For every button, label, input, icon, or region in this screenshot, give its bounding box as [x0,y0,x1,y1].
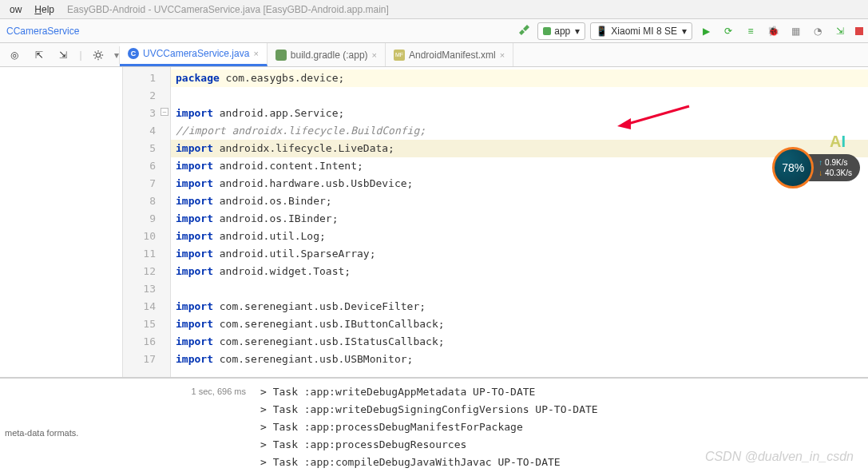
stop-icon[interactable] [855,27,863,35]
run-icon[interactable]: ▶ [697,22,715,40]
code-line[interactable]: import android.widget.Toast; [171,263,868,280]
code-line[interactable]: import android.util.Log; [171,228,868,245]
line-number: 9 [123,210,170,228]
tab-label: build.gradle (:app) [291,50,368,61]
close-icon[interactable]: × [500,50,505,60]
line-number: 14 [123,298,170,315]
close-icon[interactable]: × [372,50,377,60]
java-class-icon: C [128,48,139,59]
upload-speed: 0.9K/s [818,157,852,168]
debug-icon[interactable]: 🐞 [764,22,782,40]
build-meta-text: meta-data formats. [5,428,251,438]
build-output[interactable]: > Task :app:writeDebugAppMetadata UP-TO-… [256,379,868,472]
line-number: 8 [123,192,170,210]
code-editor[interactable]: package com.easygbs.device;import androi… [171,67,868,377]
tab-manifest[interactable]: MF AndroidManifest.xml × [386,43,513,66]
phone-icon: 📱 [596,26,608,37]
code-line[interactable] [171,87,868,105]
code-line[interactable]: import android.content.Intent; [171,157,868,175]
build-output-line: > Task :app:writeDebugSigningConfigVersi… [256,401,868,418]
code-line[interactable]: import com.serenegiant.usb.USBMonitor; [171,351,868,368]
line-number: 16 [123,333,170,351]
line-number: 15 [123,315,170,333]
window-title: EasyGBD-Android - UVCCameraService.java … [67,4,389,15]
project-view-tools: ◎ ⇱ ⇲ | ▾ [0,46,120,64]
code-line[interactable]: import android.hardware.usb.UsbDevice; [171,175,868,192]
fold-icon[interactable]: − [161,108,168,116]
tab-build-gradle[interactable]: build.gradle (:app) × [268,43,386,66]
collapse-all-icon[interactable]: ⇲ [55,46,71,64]
chevron-down-icon[interactable]: ▾ [114,50,119,61]
code-line[interactable]: //import androidx.lifecycle.BuildConfig; [171,122,868,140]
code-line[interactable]: import com.serenegiant.usb.DeviceFilter; [171,298,868,315]
editor-area: 123−4567891011121314151617 package com.e… [0,67,868,377]
breadcrumb[interactable]: CCameraService [5,26,79,37]
code-line[interactable]: import com.serenegiant.usb.IStatusCallba… [171,333,868,351]
build-output-line: > Task :app:processDebugManifestForPacka… [256,418,868,436]
expand-all-icon[interactable]: ⇱ [30,46,46,64]
build-panel: 1 sec, 696 ms meta-data formats. > Task … [0,377,868,472]
code-line[interactable]: import android.os.Binder; [171,192,868,210]
profile-icon[interactable]: ◔ [809,22,826,40]
code-line[interactable]: import androidx.lifecycle.LiveData; [171,140,868,157]
apply-code-changes-icon[interactable]: ≡ [742,22,759,40]
code-line[interactable]: package com.easygbs.device; [171,69,868,87]
code-line[interactable]: import com.serenegiant.usb.IButtonCallba… [171,315,868,333]
build-output-line: > Task :app:compileDebugJavaWithJavac UP… [256,454,868,471]
code-line[interactable]: import android.os.IBinder; [171,210,868,228]
tab-label: UVCCameraService.java [143,48,249,59]
device-label: Xiaomi MI 8 SE [611,26,677,37]
line-number: 7 [123,175,170,192]
run-config-label: app [554,26,570,37]
performance-widget[interactable]: 78% 0.9K/s 40.3K/s [772,147,860,188]
apply-changes-icon[interactable]: ⟳ [719,22,737,40]
line-number: 3− [123,105,170,122]
manifest-icon: MF [394,50,405,61]
svg-point-0 [96,53,100,57]
build-panel-left: 1 sec, 696 ms meta-data formats. [0,379,256,472]
device-combo[interactable]: 📱 Xiaomi MI 8 SE ▾ [590,22,692,40]
line-number: 5 [123,140,170,157]
line-number: 13 [123,280,170,298]
close-icon[interactable]: × [253,49,258,58]
main-toolbar: app ▾ 📱 Xiaomi MI 8 SE ▾ ▶ ⟳ ≡ 🐞 ▦ ◔ ⇲ [515,22,863,40]
coverage-icon[interactable]: ▦ [787,22,804,40]
tab-uvccameraservice[interactable]: C UVCCameraService.java × [120,43,268,66]
line-number: 1 [123,69,170,87]
menu-window[interactable]: ow [3,2,28,17]
line-number: 11 [123,245,170,263]
editor-toolbar-row: ◎ ⇱ ⇲ | ▾ C UVCCameraService.java × buil… [0,43,868,67]
navigation-row: CCameraService app ▾ 📱 Xiaomi MI 8 SE ▾ … [0,19,868,43]
project-strip [0,67,123,377]
build-output-line: > Task :app:writeDebugAppMetadata UP-TO-… [256,383,868,401]
code-line[interactable]: import android.app.Service; [171,105,868,122]
menubar: ow Help EasyGBD-Android - UVCCameraServi… [0,0,868,19]
run-config-combo[interactable]: app ▾ [537,22,585,40]
build-timing: 1 sec, 696 ms [5,387,251,396]
line-number: 12 [123,263,170,280]
editor-tabs: C UVCCameraService.java × build.gradle (… [120,43,868,66]
select-opened-file-icon[interactable]: ◎ [6,46,22,64]
tab-label: AndroidManifest.xml [409,50,496,61]
attach-debugger-icon[interactable]: ⇲ [831,22,849,40]
chevron-down-icon: ▾ [575,26,580,37]
line-number: 2 [123,87,170,105]
android-icon [543,27,551,35]
line-number: 4 [123,122,170,140]
code-line[interactable] [171,280,868,298]
build-output-line: > Task :app:processDebugResources [256,436,868,454]
settings-gear-icon[interactable] [90,46,106,64]
line-gutter: 123−4567891011121314151617 [123,67,171,377]
code-line[interactable]: import android.util.SparseArray; [171,245,868,263]
line-number: 17 [123,351,170,368]
download-speed: 40.3K/s [818,168,852,178]
line-number: 6 [123,157,170,175]
build-hammer-icon[interactable] [515,22,533,40]
gradle-icon [275,50,287,61]
menu-help[interactable]: Help [28,2,61,17]
line-number: 10 [123,228,170,245]
chevron-down-icon: ▾ [682,26,687,37]
percent-badge: 78% [772,147,814,188]
